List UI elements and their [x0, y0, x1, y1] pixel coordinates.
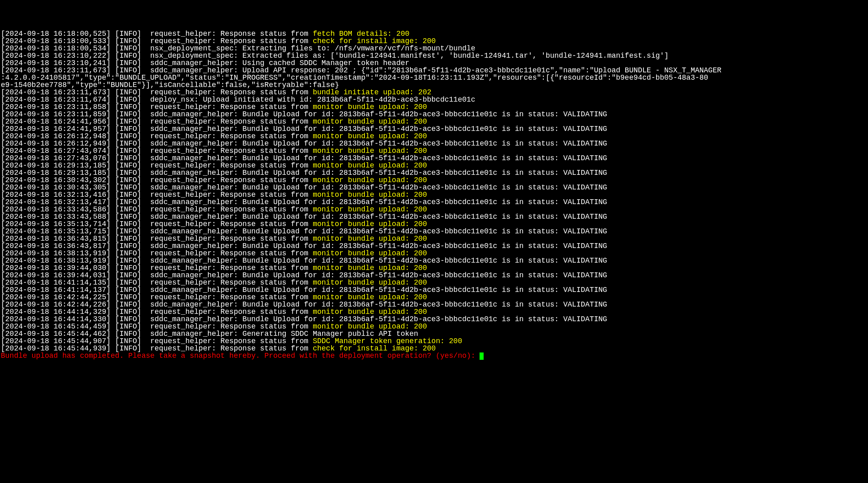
highlighted-action: monitor bundle upload: 200 [313, 161, 427, 170]
prompt-line[interactable]: Bundle upload has completed. Please take… [1, 352, 867, 360]
cursor-icon [480, 352, 484, 360]
log-line: [2024-09-18 16:26:12,948] [INFO] request… [1, 133, 867, 140]
highlighted-action: monitor bundle upload: 200 [313, 293, 427, 301]
log-line: [2024-09-18 16:32:13,417] [INFO] sddc_ma… [1, 198, 867, 206]
highlighted-action: monitor bundle upload: 200 [313, 191, 427, 199]
log-line: [2024-09-18 16:18:00,533] [INFO] request… [1, 37, 867, 45]
log-line: [2024-09-18 16:18:00,534] [INFO] nsx_dep… [1, 45, 867, 52]
highlighted-action: monitor bundle upload: 200 [313, 278, 427, 287]
log-line: [2024-09-18 16:30:43,305] [INFO] sddc_ma… [1, 184, 867, 191]
highlighted-action: monitor bundle upload: 200 [313, 103, 427, 111]
log-line: [2024-09-18 16:42:44,225] [INFO] request… [1, 294, 867, 301]
log-line: [2024-09-18 16:39:44,031] [INFO] sddc_ma… [1, 272, 867, 279]
log-line: [2024-09-18 16:36:43,815] [INFO] request… [1, 235, 867, 242]
log-line: [2024-09-18 16:45:44,462] [INFO] sddc_ma… [1, 330, 867, 337]
highlighted-action: monitor bundle upload: 200 [313, 176, 427, 184]
log-line: [2024-09-18 16:23:11,673] [INFO] request… [1, 89, 867, 96]
highlighted-action: check for install image: 200 [313, 37, 436, 45]
highlighted-action: monitor bundle upload: 200 [313, 117, 427, 126]
log-line: [2024-09-18 16:23:11,859] [INFO] sddc_ma… [1, 111, 867, 118]
log-line: [2024-09-18 16:33:43,588] [INFO] sddc_ma… [1, 213, 867, 220]
log-line: [2024-09-18 16:41:14,135] [INFO] request… [1, 279, 867, 286]
prompt-text: Bundle upload has completed. Please take… [1, 352, 480, 360]
log-line: [2024-09-18 16:38:13,919] [INFO] request… [1, 250, 867, 257]
highlighted-action: monitor bundle upload: 200 [313, 235, 427, 243]
highlighted-action: monitor bundle upload: 200 [313, 220, 427, 228]
highlighted-action: monitor bundle upload: 200 [313, 322, 427, 331]
log-line: [2024-09-18 16:23:10,222] [INFO] nsx_dep… [1, 52, 867, 59]
log-line: [2024-09-18 16:30:43,302] [INFO] request… [1, 176, 867, 184]
log-line: [2024-09-18 16:32:13,416] [INFO] request… [1, 191, 867, 198]
log-line: [2024-09-18 16:45:44,459] [INFO] request… [1, 323, 867, 330]
log-line: e9-1540b2ee7788","type":"BUNDLE"}],"isCa… [1, 81, 867, 89]
log-line: [2024-09-18 16:33:43,586] [INFO] request… [1, 206, 867, 213]
highlighted-action: monitor bundle upload: 200 [313, 264, 427, 272]
highlighted-action: monitor bundle upload: 200 [313, 249, 427, 257]
log-line: [2024-09-18 16:41:14,137] [INFO] sddc_ma… [1, 286, 867, 294]
log-line: [2024-09-18 16:42:44,226] [INFO] sddc_ma… [1, 301, 867, 308]
log-line: [2024-09-18 16:38:13,919] [INFO] sddc_ma… [1, 257, 867, 264]
log-line: [2024-09-18 16:23:11,674] [INFO] deploy_… [1, 96, 867, 103]
log-line: [2024-09-18 16:36:43,817] [INFO] sddc_ma… [1, 242, 867, 250]
highlighted-action: monitor bundle upload: 200 [313, 132, 427, 140]
highlighted-action: SDDC Manager token generation: 200 [313, 337, 462, 345]
highlighted-action: bundle initiate upload: 202 [313, 88, 432, 96]
highlighted-action: monitor bundle upload: 200 [313, 205, 427, 213]
log-line: [2024-09-18 16:24:41,957] [INFO] sddc_ma… [1, 125, 867, 133]
log-line: [2024-09-18 16:27:43,076] [INFO] sddc_ma… [1, 154, 867, 162]
highlighted-action: check for install image: 200 [313, 344, 436, 352]
log-line: [2024-09-18 16:18:00,525] [INFO] request… [1, 30, 867, 37]
log-line: [2024-09-18 16:44:14,330] [INFO] sddc_ma… [1, 315, 867, 323]
highlighted-action: monitor bundle upload: 200 [313, 308, 427, 316]
log-line: [2024-09-18 16:29:13,185] [INFO] sddc_ma… [1, 169, 867, 176]
log-line: [2024-09-18 16:35:13,715] [INFO] sddc_ma… [1, 228, 867, 235]
log-line: :4.2.0.0-24105817","type":"BUNDLE_UPLOAD… [1, 74, 867, 81]
log-line: [2024-09-18 16:26:12,949] [INFO] sddc_ma… [1, 140, 867, 147]
log-line: [2024-09-18 16:45:44,939] [INFO] request… [1, 345, 867, 352]
log-line: [2024-09-18 16:23:11,858] [INFO] request… [1, 103, 867, 111]
highlighted-action: monitor bundle upload: 200 [313, 147, 427, 155]
log-line: [2024-09-18 16:39:44,030] [INFO] request… [1, 264, 867, 272]
log-line: [2024-09-18 16:45:44,907] [INFO] request… [1, 337, 867, 345]
log-line: [2024-09-18 16:29:13,185] [INFO] request… [1, 162, 867, 169]
log-line: [2024-09-18 16:35:13,714] [INFO] request… [1, 220, 867, 228]
log-line: [2024-09-18 16:23:10,241] [INFO] sddc_ma… [1, 59, 867, 67]
log-line: [2024-09-18 16:44:14,329] [INFO] request… [1, 308, 867, 315]
highlighted-action: fetch BOM details: 200 [313, 30, 410, 38]
terminal-output: [2024-09-18 16:18:00,525] [INFO] request… [1, 30, 867, 360]
log-line: [2024-09-18 16:23:11,673] [INFO] sddc_ma… [1, 67, 867, 74]
log-line: [2024-09-18 16:24:41,956] [INFO] request… [1, 118, 867, 125]
log-line: [2024-09-18 16:27:43,074] [INFO] request… [1, 147, 867, 154]
